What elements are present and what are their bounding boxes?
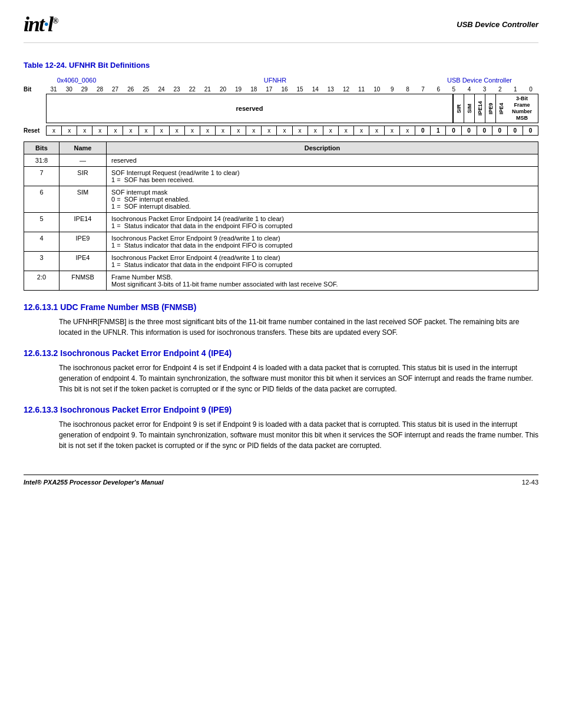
- row-desc: Isochronous Packet Error Endpoint 9 (rea…: [107, 232, 538, 252]
- ipe14-field: IPE14: [474, 94, 485, 123]
- table-row: 7 SIR SOF Interrupt Request (read/write …: [24, 167, 538, 186]
- register-name: UFNHR: [130, 77, 421, 84]
- register-bit-visual: reserved SIR SIM IPE14 IPE9 IPE4 3-Bit F…: [46, 94, 538, 123]
- reset-11: x: [354, 126, 369, 135]
- bit-9: 9: [385, 86, 400, 93]
- bit-cells: 31 30 29 28 27 26 25 24 23 22 21 20 19 1…: [46, 86, 538, 93]
- section-body-12613-2: The isochronous packet error for Endpoin…: [24, 363, 538, 394]
- reset-row: Reset x x x x x x x x x x x x x x x x x …: [24, 126, 538, 136]
- definition-table: Bits Name Description 31:8 — reserved 7 …: [24, 141, 538, 291]
- bit-29: 29: [77, 86, 92, 93]
- reset-9: x: [385, 126, 400, 135]
- row-name: IPE4: [59, 252, 107, 271]
- reset-3: 0: [477, 126, 492, 135]
- bit-6: 6: [431, 86, 446, 93]
- reset-19: x: [231, 126, 246, 135]
- row-name: IPE9: [59, 232, 107, 252]
- bit-14: 14: [308, 86, 323, 93]
- bit-4: 4: [461, 86, 477, 93]
- reset-23: x: [170, 126, 185, 135]
- reset-5: 0: [446, 126, 461, 135]
- row-desc: Isochronous Packet Error Endpoint 14 (re…: [107, 213, 538, 232]
- reset-7: 0: [415, 126, 431, 135]
- section-body-12613-1: The UFNHR[FNMSB] is the three most signi…: [24, 317, 538, 338]
- reset-label: Reset: [24, 127, 46, 134]
- register-address: 0x4060_0060: [24, 77, 130, 84]
- reset-22: x: [185, 126, 200, 135]
- row-name: FNMSB: [59, 271, 107, 291]
- col-header-bits: Bits: [24, 142, 59, 154]
- bit-18: 18: [246, 86, 262, 93]
- bit-15: 15: [292, 86, 308, 93]
- reset-4: 0: [462, 126, 477, 135]
- reset-14: x: [308, 126, 323, 135]
- page-footer: Intel® PXA255 Processor Developer's Manu…: [24, 475, 538, 486]
- row-name: —: [59, 154, 107, 167]
- row-desc: Frame Number MSB.Most significant 3-bits…: [107, 271, 538, 291]
- register-header-row: 0x4060_0060 UFNHR USB Device Controller: [24, 77, 538, 84]
- row-desc: reserved: [107, 154, 538, 167]
- bit-1: 1: [508, 86, 523, 93]
- reset-26: x: [123, 126, 138, 135]
- header-title: USB Device Controller: [457, 20, 538, 29]
- bit-10: 10: [369, 86, 385, 93]
- reset-6: 1: [431, 126, 446, 135]
- ipe9-field: IPE9: [485, 94, 495, 123]
- bit-31: 31: [46, 86, 61, 93]
- row-desc: SOF Interrupt Request (read/write 1 to c…: [107, 167, 538, 186]
- reset-30: x: [62, 126, 77, 135]
- bit-27: 27: [108, 86, 123, 93]
- bit-11: 11: [354, 86, 369, 93]
- bit-30: 30: [61, 86, 77, 93]
- bit-12: 12: [338, 86, 353, 93]
- reset-values: x x x x x x x x x x x x x x x x x x x x …: [46, 126, 538, 136]
- reset-15: x: [293, 126, 308, 135]
- row-name: SIM: [59, 186, 107, 213]
- bit-24: 24: [154, 86, 169, 93]
- row-desc: Isochronous Packet Error Endpoint 4 (rea…: [107, 252, 538, 271]
- table-row: 6 SIM SOF interrupt mask0 = SOF interrup…: [24, 186, 538, 213]
- reset-13: x: [323, 126, 339, 135]
- register-module: USB Device Controller: [421, 77, 538, 84]
- row-bits: 2:0: [24, 271, 59, 291]
- reset-21: x: [200, 126, 216, 135]
- row-bits: 4: [24, 232, 59, 252]
- intel-logo: int·l®: [24, 12, 58, 37]
- row-bits: 3: [24, 252, 59, 271]
- bit-numbers-row: Bit 31 30 29 28 27 26 25 24 23 22 21 20 …: [24, 86, 538, 93]
- bit-26: 26: [123, 86, 138, 93]
- bit-20: 20: [215, 86, 230, 93]
- reset-29: x: [77, 126, 92, 135]
- sim-field: SIM: [464, 94, 474, 123]
- reset-24: x: [154, 126, 170, 135]
- reset-12: x: [339, 126, 354, 135]
- bit-2: 2: [492, 86, 508, 93]
- footer-right: 12-43: [522, 479, 538, 486]
- reset-28: x: [92, 126, 108, 135]
- row-name: IPE14: [59, 213, 107, 232]
- table-title: Table 12-24. UFNHR Bit Definitions: [24, 61, 538, 70]
- reset-25: x: [139, 126, 154, 135]
- table-row: 5 IPE14 Isochronous Packet Error Endpoin…: [24, 213, 538, 232]
- reset-8: x: [400, 126, 415, 135]
- row-bits: 5: [24, 213, 59, 232]
- section-heading-12613-1: 12.6.13.1 UDC Frame Number MSB (FNMSB): [24, 302, 538, 312]
- section-body-12613-3: The isochronous packet error for Endpoin…: [24, 419, 538, 451]
- bit-13: 13: [323, 86, 338, 93]
- reset-17: x: [262, 126, 277, 135]
- bit-28: 28: [92, 86, 107, 93]
- register-visual-row: reserved SIR SIM IPE14 IPE9 IPE4 3-Bit F…: [24, 94, 538, 124]
- reset-20: x: [216, 126, 231, 135]
- col-header-name: Name: [59, 142, 107, 154]
- reset-0: 0: [523, 126, 538, 135]
- reset-18: x: [246, 126, 262, 135]
- bit-21: 21: [200, 86, 215, 93]
- bit-19: 19: [231, 86, 246, 93]
- reset-31: x: [47, 126, 62, 135]
- ipe4-field: IPE4: [495, 94, 506, 123]
- col-header-desc: Description: [107, 142, 538, 154]
- bit-label: Bit: [24, 86, 46, 93]
- page-header: int·l® USB Device Controller: [24, 12, 538, 43]
- row-name: SIR: [59, 167, 107, 186]
- fnmsb-field: 3-Bit Frame Number MSB: [506, 94, 538, 123]
